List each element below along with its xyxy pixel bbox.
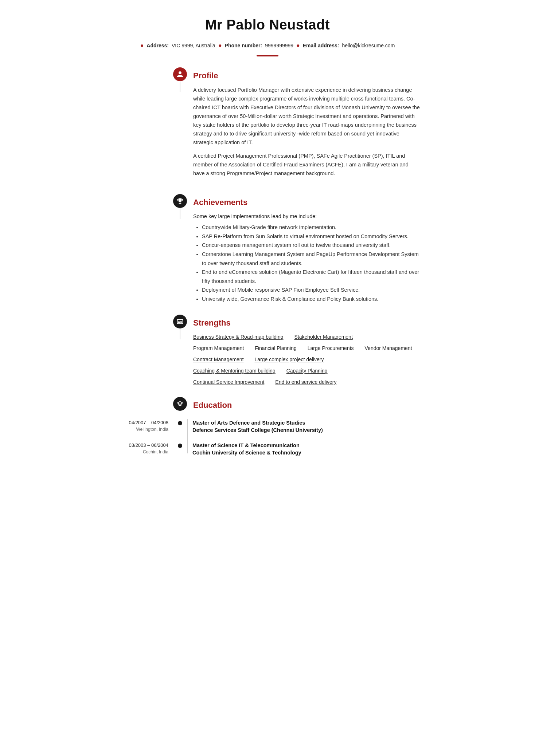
- strength-item: Business Strategy & Road-map building: [193, 333, 283, 341]
- edu-degree-2: Master of Science IT & Telecommunication: [192, 442, 421, 449]
- achievement-item: SAP Re-Platform from Sun Solaris to virt…: [202, 232, 421, 241]
- contact-bar: ● Address: VIC 9999, Australia ● Phone n…: [114, 41, 421, 50]
- profile-timeline: [173, 67, 187, 81]
- education-entry-1: 04/2007 – 04/2008 Wellington, India Mast…: [114, 419, 421, 434]
- edu-date-1: 04/2007 – 04/2008: [114, 419, 168, 426]
- achievement-item: Deployment of Mobile responsive SAP Fior…: [202, 286, 421, 295]
- strengths-row-2: Program Management Financial Planning La…: [193, 344, 421, 352]
- edu-vertical-line: [187, 419, 188, 453]
- education-entries-wrapper: 04/2007 – 04/2008 Wellington, India Mast…: [114, 419, 421, 457]
- edu-timeline-2: [173, 442, 187, 448]
- achievements-section: Achievements Some key large implementati…: [114, 194, 421, 304]
- achievement-item: Concur-expense management system roll ou…: [202, 241, 421, 250]
- achievement-item: Countrywide Military-Grade fibre network…: [202, 223, 421, 232]
- education-entry-2: 03/2003 – 06/2004 Cochin, India Master o…: [114, 442, 421, 457]
- profile-section: Profile A delivery focused Portfolio Man…: [114, 67, 421, 183]
- strength-item: Coaching & Mentoring team building: [193, 367, 276, 375]
- education-content: Education: [187, 397, 421, 416]
- strengths-icon: [176, 318, 184, 325]
- achievements-list: Countrywide Military-Grade fibre network…: [193, 223, 421, 304]
- strength-item: Large complex project delivery: [255, 356, 324, 363]
- achievements-intro: Some key large implementations lead by m…: [193, 213, 421, 221]
- achievement-item: Cornerstone Learning Management System a…: [202, 250, 421, 268]
- achievement-item: End to end eCommerce solution (Magento E…: [202, 268, 421, 286]
- phone-value: 9999999999: [265, 42, 293, 50]
- strength-item: Stakeholder Management: [294, 333, 352, 341]
- profile-content: Profile A delivery focused Portfolio Man…: [187, 67, 421, 183]
- strength-item: End to end service delivery: [275, 378, 336, 386]
- education-title: Education: [193, 399, 421, 411]
- strength-item: Continual Service Improvement: [193, 378, 264, 386]
- strengths-title: Strengths: [193, 317, 421, 329]
- strengths-row-4: Coaching & Mentoring team building Capac…: [193, 367, 421, 375]
- person-name: Mr Pablo Neustadt: [114, 15, 421, 35]
- edu-school-2: Cochin University of Science & Technolog…: [192, 449, 421, 457]
- achievements-content: Achievements Some key large implementati…: [187, 194, 421, 304]
- edu-dot-2: [178, 444, 182, 448]
- graduation-icon: [176, 400, 184, 407]
- edu-content-1: Master of Arts Defence and Strategic Stu…: [187, 419, 421, 434]
- trophy-icon: [176, 197, 184, 205]
- dot-address: ●: [140, 41, 144, 50]
- edu-date-2: 03/2003 – 06/2004: [114, 442, 168, 449]
- strengths-row-1: Business Strategy & Road-map building St…: [193, 333, 421, 341]
- edu-timeline-1: [173, 419, 187, 425]
- person-icon: [176, 71, 184, 78]
- resume-page: Mr Pablo Neustadt ● Address: VIC 9999, A…: [100, 0, 435, 486]
- strengths-row-5: Continual Service Improvement End to end…: [193, 378, 421, 386]
- edu-location-2: Cochin, India: [114, 449, 168, 455]
- edu-degree-1: Master of Arts Defence and Strategic Stu…: [192, 419, 421, 426]
- strengths-row-3: Contract Management Large complex projec…: [193, 356, 421, 363]
- strengths-icon-circle: [173, 315, 187, 328]
- strength-item: Vendor Management: [365, 344, 412, 352]
- profile-para-1: A delivery focused Portfolio Manager wit…: [193, 86, 421, 147]
- dot-phone: ●: [218, 41, 222, 50]
- strengths-grid: Business Strategy & Road-map building St…: [193, 333, 421, 386]
- profile-title: Profile: [193, 70, 421, 82]
- achievement-item: University wide, Governance Risk & Compl…: [202, 295, 421, 304]
- strengths-timeline: [173, 315, 187, 328]
- strength-item: Financial Planning: [255, 344, 296, 352]
- dot-email: ●: [296, 41, 300, 50]
- edu-school-1: Defence Services Staff College (Chennai …: [192, 426, 421, 434]
- edu-left-2: 03/2003 – 06/2004 Cochin, India: [114, 442, 173, 456]
- strength-item: Large Procurements: [308, 344, 354, 352]
- achievements-title: Achievements: [193, 196, 421, 208]
- education-section: Education: [114, 397, 421, 416]
- phone-label: Phone number:: [225, 42, 262, 50]
- education-icon-circle: [173, 397, 187, 411]
- edu-dot-1: [178, 421, 182, 425]
- header-divider: [257, 55, 278, 56]
- achievements-icon-circle: [173, 194, 187, 208]
- address-value: VIC 9999, Australia: [172, 42, 215, 50]
- address-label: Address:: [147, 42, 169, 50]
- edu-location-1: Wellington, India: [114, 426, 168, 433]
- edu-left-1: 04/2007 – 04/2008 Wellington, India: [114, 419, 173, 433]
- strength-item: Capacity Planning: [286, 367, 328, 375]
- strengths-content: Strengths Business Strategy & Road-map b…: [187, 315, 421, 386]
- email-label: Email address:: [303, 42, 339, 50]
- strength-item: Program Management: [193, 344, 244, 352]
- strengths-section: Strengths Business Strategy & Road-map b…: [114, 315, 421, 386]
- edu-content-2: Master of Science IT & Telecommunication…: [187, 442, 421, 457]
- email-value: hello@kickresume.com: [342, 42, 395, 50]
- strength-item: Contract Management: [193, 356, 244, 363]
- achievements-timeline: [173, 194, 187, 208]
- education-timeline: [173, 397, 187, 411]
- profile-para-2: A certified Project Management Professio…: [193, 152, 421, 178]
- profile-icon-circle: [173, 67, 187, 81]
